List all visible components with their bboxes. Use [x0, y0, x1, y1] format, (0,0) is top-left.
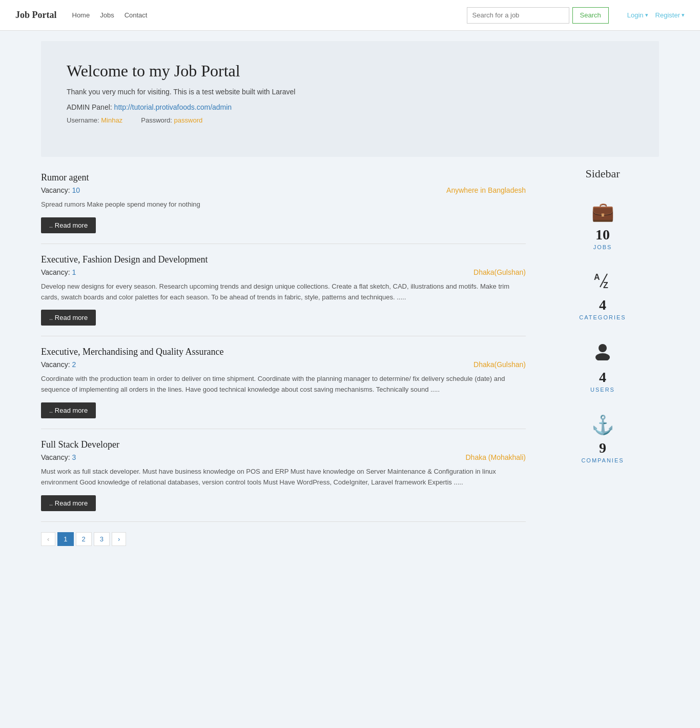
- users-label: USERS: [590, 387, 615, 393]
- search-button[interactable]: Search: [572, 7, 609, 24]
- job-meta-0: Vacancy: 10 Anywhere in Bangladesh: [41, 186, 526, 194]
- read-more-0[interactable]: .. Read more: [41, 217, 96, 233]
- job-meta-1: Vacancy: 1 Dhaka(Gulshan): [41, 268, 526, 276]
- job-meta-2: Vacancy: 2 Dhaka(Gulshan): [41, 360, 526, 369]
- svg-point-4: [595, 353, 610, 360]
- location-2: Dhaka(Gulshan): [473, 360, 526, 369]
- companies-label: COMPANIES: [581, 457, 624, 463]
- password-value: password: [174, 116, 203, 124]
- job-desc-3: Must work as full stack developer. Must …: [41, 467, 526, 488]
- sidebar-jobs-card: 💼 10 JOBS: [546, 191, 659, 261]
- hero-subtitle: Thank you very much for visiting. This i…: [67, 88, 633, 96]
- categories-label: CATEGORIES: [579, 314, 626, 320]
- job-item-3: Full Stack Developer Vacancy: 3 Dhaka (M…: [41, 429, 526, 522]
- job-item-2: Executive, Merchandising and Quality Ass…: [41, 336, 526, 429]
- briefcase-icon: 💼: [546, 201, 659, 223]
- job-item-0: Rumor agent Vacancy: 10 Anywhere in Bang…: [41, 167, 526, 244]
- job-meta-3: Vacancy: 3 Dhaka (Mohakhali): [41, 453, 526, 461]
- nav-contact[interactable]: Contact: [125, 11, 148, 19]
- location-1: Dhaka(Gulshan): [473, 268, 526, 276]
- vacancy-2: Vacancy: 2: [41, 360, 76, 369]
- nav-home[interactable]: Home: [72, 11, 90, 19]
- next-page[interactable]: ›: [112, 532, 126, 546]
- vacancy-1: Vacancy: 1: [41, 268, 76, 276]
- prev-page[interactable]: ‹: [41, 532, 55, 546]
- nav-jobs[interactable]: Jobs: [100, 11, 114, 19]
- jobs-count: 10: [546, 227, 659, 243]
- jobs-label: JOBS: [593, 244, 612, 250]
- nav-auth: Login Register: [627, 11, 685, 19]
- username-value: Minhaz: [101, 116, 122, 124]
- sidebar-users-card: 4 USERS: [546, 332, 659, 404]
- svg-point-3: [599, 344, 607, 352]
- svg-text:A: A: [594, 273, 600, 281]
- username-label: Username:: [67, 116, 99, 124]
- read-more-2[interactable]: .. Read more: [41, 402, 96, 418]
- search-form: Search: [467, 7, 609, 24]
- brand: Job Portal: [15, 10, 57, 21]
- companies-count: 9: [546, 440, 659, 456]
- anchor-icon: ⚓: [546, 414, 659, 436]
- job-item-1: Executive, Fashion Design and Developmen…: [41, 244, 526, 337]
- password-label: Password:: [141, 116, 172, 124]
- hero-title: Welcome to my Job Portal: [67, 62, 633, 80]
- az-icon: A Z: [546, 272, 659, 293]
- page-3[interactable]: 3: [94, 532, 110, 546]
- page-2[interactable]: 2: [76, 532, 92, 546]
- vacancy-3: Vacancy: 3: [41, 453, 76, 461]
- job-desc-1: Develop new designs for every season. Re…: [41, 281, 526, 303]
- sidebar-categories-card: A Z 4 CATEGORIES: [546, 261, 659, 332]
- page-1[interactable]: 1: [57, 532, 73, 546]
- register-link[interactable]: Register: [655, 11, 685, 19]
- pagination: ‹ 1 2 3 ›: [41, 522, 526, 567]
- sidebar-title: Sidebar: [546, 167, 659, 180]
- navbar: Job Portal Home Jobs Contact Search Logi…: [0, 0, 700, 31]
- location-3: Dhaka (Mohakhali): [466, 453, 526, 461]
- job-desc-2: Coordinate with the production team in o…: [41, 374, 526, 395]
- user-icon: [546, 342, 659, 365]
- search-input[interactable]: [467, 7, 569, 24]
- location-0: Anywhere in Bangladesh: [446, 186, 526, 194]
- read-more-3[interactable]: .. Read more: [41, 495, 96, 511]
- job-title-0: Rumor agent: [41, 172, 526, 183]
- hero-section: Welcome to my Job Portal Thank you very …: [41, 41, 659, 157]
- job-title-3: Full Stack Developer: [41, 439, 526, 450]
- users-count: 4: [546, 369, 659, 386]
- login-link[interactable]: Login: [627, 11, 648, 19]
- job-title-1: Executive, Fashion Design and Developmen…: [41, 254, 526, 265]
- categories-count: 4: [546, 297, 659, 313]
- main-layout: Rumor agent Vacancy: 10 Anywhere in Bang…: [41, 167, 659, 567]
- credentials: Username: Minhaz Password: password: [67, 116, 633, 124]
- job-listings: Rumor agent Vacancy: 10 Anywhere in Bang…: [41, 167, 526, 567]
- sidebar-companies-card: ⚓ 9 COMPANIES: [546, 404, 659, 475]
- job-desc-0: Spread rumors Make people spend money fo…: [41, 199, 526, 210]
- read-more-1[interactable]: .. Read more: [41, 310, 96, 326]
- admin-line: ADMIN Panel: http://tutorial.protivafood…: [67, 103, 633, 111]
- admin-url[interactable]: http://tutorial.protivafoods.com/admin: [114, 103, 232, 111]
- admin-label: ADMIN Panel:: [67, 103, 112, 111]
- vacancy-0: Vacancy: 10: [41, 186, 80, 194]
- svg-text:Z: Z: [603, 281, 608, 289]
- sidebar: Sidebar 💼 10 JOBS A Z 4 CATEGORIES: [546, 167, 659, 475]
- job-title-2: Executive, Merchandising and Quality Ass…: [41, 347, 526, 357]
